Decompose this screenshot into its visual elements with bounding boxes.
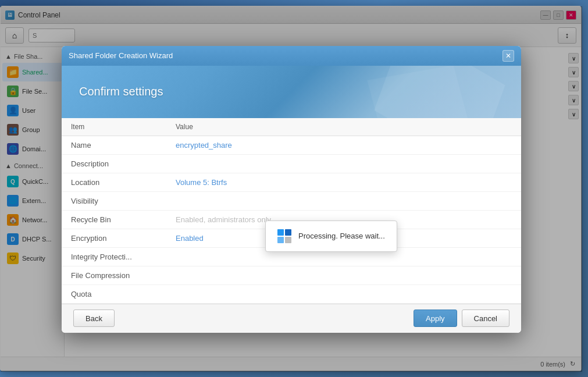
col-value: Value xyxy=(166,118,521,136)
desktop: 🖥 Control Panel — □ ✕ ⌂ ↕ xyxy=(0,0,588,377)
table-row: Description xyxy=(62,154,521,173)
wizard-modal: Shared Folder Creation Wizard ✕ Confirm … xyxy=(62,46,521,333)
table-row: Quota xyxy=(62,284,521,303)
table-cell-value xyxy=(166,266,521,284)
table-cell-item: Encryption xyxy=(62,229,166,247)
wizard-titlebar: Shared Folder Creation Wizard ✕ xyxy=(62,46,521,66)
table-cell-item: Quota xyxy=(62,284,166,303)
table-cell-item: Description xyxy=(62,154,166,173)
col-item: Item xyxy=(62,118,166,136)
processing-icon-cell-4 xyxy=(285,237,291,243)
processing-icon-cell-1 xyxy=(277,229,284,236)
wizard-footer: Back Apply Cancel xyxy=(62,304,521,333)
table-cell-item: Location xyxy=(62,173,166,191)
table-cell-value: encrypted_share xyxy=(166,136,521,154)
table-cell-item: Recycle Bin xyxy=(62,210,166,229)
control-panel-window: 🖥 Control Panel — □ ✕ ⌂ ↕ xyxy=(0,6,582,371)
processing-icon-cell-2 xyxy=(285,229,291,236)
wizard-header: Confirm settings xyxy=(62,66,521,118)
wizard-header-title: Confirm settings xyxy=(79,85,163,98)
cancel-button[interactable]: Cancel xyxy=(462,310,509,327)
wizard-title: Shared Folder Creation Wizard xyxy=(69,51,173,60)
processing-icon-cell-3 xyxy=(277,237,284,243)
table-row: LocationVolume 5: Btrfs xyxy=(62,173,521,191)
wizard-close-button[interactable]: ✕ xyxy=(503,50,514,62)
table-cell-value xyxy=(166,191,521,210)
table-cell-item: Visibility xyxy=(62,191,166,210)
back-button[interactable]: Back xyxy=(73,310,115,327)
table-cell-item: File Compression xyxy=(62,266,166,284)
table-cell-value xyxy=(166,154,521,173)
processing-popup: Processing. Please wait... xyxy=(265,220,397,252)
processing-icon xyxy=(277,229,291,243)
wizard-body: Item Value Nameencrypted_shareDescriptio… xyxy=(62,118,521,304)
processing-text: Processing. Please wait... xyxy=(298,232,385,240)
table-row: Visibility xyxy=(62,191,521,210)
table-row: File Compression xyxy=(62,266,521,284)
table-cell-item: Integrity Protecti... xyxy=(62,247,166,266)
table-row: Nameencrypted_share xyxy=(62,136,521,154)
apply-button[interactable]: Apply xyxy=(414,310,457,327)
settings-table: Item Value Nameencrypted_shareDescriptio… xyxy=(62,118,521,304)
table-cell-item: Name xyxy=(62,136,166,154)
footer-right: Apply Cancel xyxy=(414,310,509,327)
modal-overlay: Shared Folder Creation Wizard ✕ Confirm … xyxy=(1,6,582,372)
table-cell-value: Volume 5: Btrfs xyxy=(166,173,521,191)
table-cell-value xyxy=(166,284,521,303)
